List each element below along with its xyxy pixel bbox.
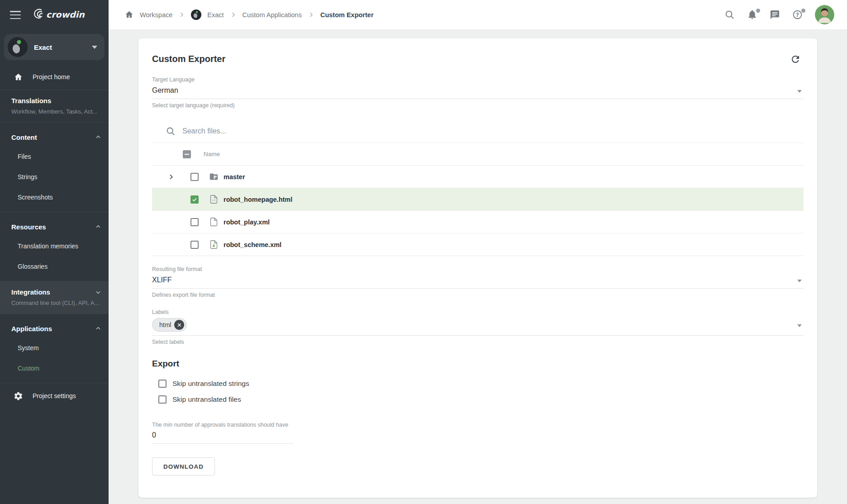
svg-text:</>: </> <box>212 199 216 201</box>
select-all-checkbox[interactable] <box>183 150 191 158</box>
header-main: Workspace Exact Custom Applications Cust… <box>109 0 847 30</box>
android-file-icon <box>201 240 224 249</box>
page-title: Custom Exporter <box>152 54 225 64</box>
section-title: Resources <box>11 223 46 231</box>
project-avatar <box>8 37 28 57</box>
file-row-robot-homepage[interactable]: </> robot_homepage.html <box>152 188 804 211</box>
menu-toggle-icon[interactable] <box>10 11 21 19</box>
option-skip-untranslated-strings[interactable]: Skip untranslated strings <box>152 380 804 388</box>
row-checkbox[interactable] <box>190 241 199 249</box>
format-select[interactable]: XLIFF <box>152 272 804 289</box>
brand-area: crowdin <box>0 0 109 30</box>
search-icon[interactable] <box>724 10 735 20</box>
field-label: Labels <box>152 309 804 315</box>
column-header-name: Name <box>204 151 220 157</box>
option-checkbox[interactable] <box>158 395 167 404</box>
file-row-robot-play[interactable]: robot_play.xml <box>152 211 804 233</box>
breadcrumb-custom-applications[interactable]: Custom Applications <box>243 11 302 19</box>
min-approvals-input[interactable] <box>152 428 293 444</box>
selected-value: XLIFF <box>152 276 172 284</box>
chevron-down-icon <box>797 90 802 93</box>
sidebar-item-project-home[interactable]: Project home <box>0 64 109 90</box>
target-language-select[interactable]: German <box>152 83 804 99</box>
sidebar-item-system[interactable]: System <box>0 338 109 358</box>
sidebar-item-label: Project home <box>33 73 70 81</box>
sidebar: Exact Project home Translations Workflow… <box>0 30 109 504</box>
field-helper: Select target language (required) <box>152 102 804 109</box>
home-icon <box>14 72 23 82</box>
field-helper: Defines export file format <box>152 292 804 298</box>
user-avatar[interactable] <box>815 5 834 24</box>
plain-file-icon <box>201 217 224 227</box>
chevron-right-icon <box>178 11 185 18</box>
expand-chevron-icon[interactable] <box>152 173 183 181</box>
file-name: master <box>224 173 245 181</box>
project-switcher[interactable]: Exact <box>4 34 105 60</box>
sidebar-section-translations[interactable]: Translations Workflow, Members, Tasks, A… <box>0 90 109 122</box>
option-checkbox[interactable] <box>158 380 167 388</box>
section-subtitle: Workflow, Members, Tasks, Act... <box>11 108 100 115</box>
sidebar-item-strings[interactable]: Strings <box>0 166 109 187</box>
svg-text:?: ? <box>796 12 799 18</box>
file-row-robot-scheme[interactable]: robot_scheme.xml <box>152 233 804 256</box>
help-dot <box>801 9 805 13</box>
section-title: Integrations <box>11 288 100 296</box>
file-name: robot_play.xml <box>224 219 270 226</box>
row-checkbox-checked[interactable] <box>190 195 199 204</box>
svg-text:crowdin: crowdin <box>46 10 85 19</box>
header-actions: ? <box>724 5 834 24</box>
sidebar-item-screenshots[interactable]: Screenshots <box>0 187 109 207</box>
sidebar-item-files[interactable]: Files <box>0 146 109 166</box>
chevron-right-icon <box>308 11 314 18</box>
notification-dot <box>756 9 760 13</box>
sidebar-section-integrations[interactable]: Integrations Command line tool (CLI), AP… <box>0 281 109 314</box>
breadcrumb-workspace[interactable]: Workspace <box>140 11 172 19</box>
help-icon[interactable]: ? <box>792 10 803 20</box>
file-name: robot_scheme.xml <box>224 241 281 248</box>
refresh-icon[interactable] <box>790 54 801 65</box>
notifications-bell-icon[interactable] <box>747 10 757 20</box>
home-icon[interactable] <box>124 10 134 19</box>
min-approvals-field: The min number of approvals translations… <box>152 422 293 444</box>
chevron-up-icon <box>95 134 101 140</box>
section-title: Applications <box>11 325 52 333</box>
sidebar-item-project-settings[interactable]: Project settings <box>0 383 109 409</box>
target-language-field: Target Language German Select target lan… <box>152 76 804 109</box>
messages-icon[interactable] <box>770 10 780 20</box>
remove-chip-icon[interactable]: ✕ <box>174 320 184 330</box>
app-window: crowdin Workspace Exact Custom Applicati… <box>0 0 847 504</box>
folder-branch-icon <box>201 172 224 181</box>
labels-select[interactable]: html ✕ <box>152 315 804 336</box>
main-area: Custom Exporter Target Language German S… <box>109 30 847 504</box>
section-header[interactable]: Resources <box>0 221 109 232</box>
breadcrumb-project[interactable]: Exact <box>207 11 224 19</box>
breadcrumb: Workspace Exact Custom Applications Cust… <box>124 10 374 20</box>
file-row-master[interactable]: master <box>152 166 804 188</box>
sidebar-item-translation-memories[interactable]: Translation memories <box>0 236 109 256</box>
download-button[interactable]: DOWNLOAD <box>152 457 215 475</box>
crowdin-logo[interactable]: crowdin <box>30 7 96 23</box>
row-checkbox[interactable] <box>190 173 199 181</box>
section-header[interactable]: Content <box>0 132 109 143</box>
row-checkbox[interactable] <box>190 218 199 226</box>
section-title: Content <box>11 133 37 141</box>
export-heading: Export <box>152 359 804 369</box>
chevron-down-icon <box>95 289 101 295</box>
labels-field: Labels html ✕ Select labels <box>152 309 804 345</box>
section-header[interactable]: Applications <box>0 323 109 334</box>
selected-value: German <box>152 86 178 95</box>
field-label: The min number of approvals translations… <box>152 422 293 428</box>
file-search-row <box>152 119 804 143</box>
option-skip-untranslated-files[interactable]: Skip untranslated files <box>152 395 804 404</box>
chevron-down-icon <box>797 324 802 327</box>
gear-icon <box>14 391 23 401</box>
chevron-up-icon <box>95 223 101 230</box>
chevron-right-icon <box>230 11 237 18</box>
sidebar-item-glossaries[interactable]: Glossaries <box>0 256 109 276</box>
project-name: Exact <box>34 43 52 51</box>
search-files-input[interactable] <box>182 127 804 135</box>
sidebar-item-custom[interactable]: Custom <box>0 358 109 378</box>
project-avatar <box>191 10 201 20</box>
file-name: robot_homepage.html <box>224 196 292 203</box>
file-table-header: Name <box>152 143 804 166</box>
